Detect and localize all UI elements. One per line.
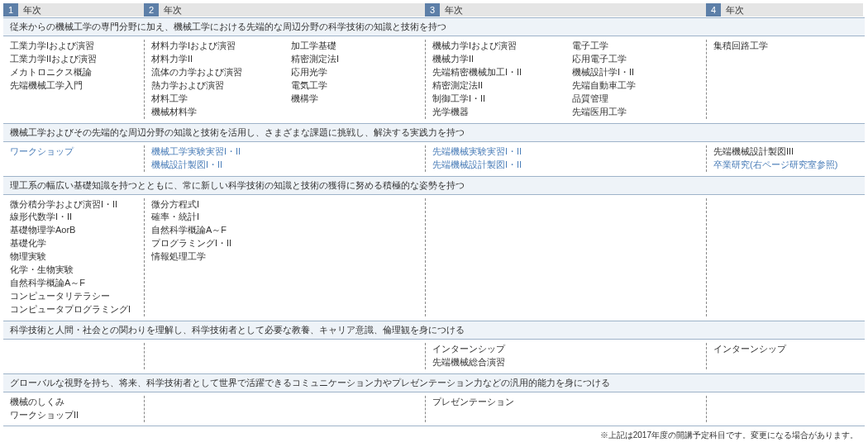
course-column: 先端機械設計製図III卒業研究(右ページ研究室参照) xyxy=(706,145,863,172)
section-body: 機械のしくみワークショップIIプレゼンテーション xyxy=(3,392,865,426)
course-item: 確率・統計I xyxy=(151,211,278,224)
section-head: 理工系の幅広い基礎知識を持つとともに、常に新しい科学技術の知識と技術の獲得に努め… xyxy=(3,176,865,194)
course-item: 機構学 xyxy=(291,93,418,106)
course-column xyxy=(3,343,144,369)
course-column: 機械力学Iおよび演習機械力学II先端精密機械加工I・II精密測定法II制御工学I… xyxy=(425,40,565,119)
course-column xyxy=(565,396,706,422)
course-item: 熱力学および演習 xyxy=(151,79,278,93)
section-body: 工業力学Iおよび演習工業力学IIおよび演習メカトロニクス概論先端機械工学入門材料… xyxy=(3,36,865,122)
course-column xyxy=(425,198,565,316)
course-column: 機械工学実験実習I・II機械設計製図I・II xyxy=(144,145,284,172)
course-item: 先端機械総合演習 xyxy=(432,356,559,369)
course-column: ワークショップ xyxy=(3,145,144,172)
section-head: 科学技術と人間・社会との関わりを理解し、科学技術者として必要な教養、キャリア意識… xyxy=(3,321,865,339)
course-item: 工業力学IIおよび演習 xyxy=(10,53,137,66)
year-label-2: 年次 xyxy=(159,3,425,17)
course-column: 集積回路工学 xyxy=(706,40,863,119)
course-column: 機械のしくみワークショップII xyxy=(3,396,144,422)
course-item: 物理実験 xyxy=(10,250,137,264)
footnote: ※上記は2017年度の開講予定科目です。変更になる場合があります。 xyxy=(3,426,865,441)
course-column: 工業力学Iおよび演習工業力学IIおよび演習メカトロニクス概論先端機械工学入門 xyxy=(3,40,144,119)
course-item: 先端機械実験実習I・II xyxy=(432,145,559,159)
course-item: 材料工学 xyxy=(151,93,278,106)
year-header-row: 1 年次 2 年次 3 年次 4 年次 xyxy=(3,3,865,17)
course-item: 基礎化学 xyxy=(10,237,137,250)
course-item: プログラミングI・II xyxy=(151,237,278,250)
course-column: 微分積分学および演習I・II線形代数学I・II基礎物理学AorB基礎化学物理実験… xyxy=(3,198,144,316)
year-label-4: 年次 xyxy=(721,3,863,17)
course-item: 微分方程式I xyxy=(151,198,278,212)
course-item: インターンシップ xyxy=(713,343,856,356)
course-item: 微分積分学および演習I・II xyxy=(10,198,137,212)
course-item: プレゼンテーション xyxy=(432,396,559,409)
course-column xyxy=(565,343,706,369)
course-item: 自然科学概論A～F xyxy=(10,277,137,290)
course-column xyxy=(284,396,425,422)
year-4: 4 年次 xyxy=(706,3,863,17)
course-item: 機械工学実験実習I・II xyxy=(151,145,278,159)
year-label-3: 年次 xyxy=(440,3,706,17)
course-item: 加工学基礎 xyxy=(291,40,418,53)
course-item: ワークショップII xyxy=(10,409,137,422)
section-body: ワークショップ機械工学実験実習I・II機械設計製図I・II先端機械実験実習I・I… xyxy=(3,141,865,175)
course-item: 化学・生物実験 xyxy=(10,264,137,277)
course-item: 先端機械設計製図III xyxy=(713,145,856,159)
year-num-3: 3 xyxy=(425,3,440,17)
course-item: 基礎物理学AorB xyxy=(10,224,137,237)
course-item: コンピュータリテラシー xyxy=(10,290,137,303)
course-item: 機械力学II xyxy=(432,53,559,66)
course-item: 線形代数学I・II xyxy=(10,211,137,224)
course-item: 材料力学II xyxy=(151,53,278,66)
course-item: 応用電子工学 xyxy=(572,53,699,66)
course-column: インターンシップ先端機械総合演習 xyxy=(425,343,565,369)
course-item: コンピュータプログラミングI xyxy=(10,303,137,316)
course-item: 品質管理 xyxy=(572,93,699,106)
section-body: 微分積分学および演習I・II線形代数学I・II基礎物理学AorB基礎化学物理実験… xyxy=(3,194,865,320)
course-item: 機械力学Iおよび演習 xyxy=(432,40,559,53)
course-item: 卒業研究(右ページ研究室参照) xyxy=(713,159,856,172)
course-item: 情報処理工学 xyxy=(151,250,278,264)
course-column xyxy=(565,145,706,172)
course-column: プレゼンテーション xyxy=(425,396,565,422)
section-head: 機械工学およびその先端的な周辺分野の知識と技術を活用し、さまざまな課題に挑戦し、… xyxy=(3,123,865,141)
course-column: 加工学基礎精密測定法I応用光学電気工学機構学 xyxy=(284,40,425,119)
course-column: 微分方程式I確率・統計I自然科学概論A～FプログラミングI・II情報処理工学 xyxy=(144,198,284,316)
course-item: 光学機器 xyxy=(432,106,559,119)
year-3: 3 年次 xyxy=(425,3,706,17)
course-item: 先端機械設計製図I・II xyxy=(432,159,559,172)
course-column xyxy=(144,396,284,422)
year-label-1: 年次 xyxy=(18,3,144,17)
course-item: 電気工学 xyxy=(291,79,418,93)
course-item: 先端自動車工学 xyxy=(572,79,699,93)
course-item: 機械のしくみ xyxy=(10,396,137,409)
course-column xyxy=(144,343,284,369)
course-item: 機械設計製図I・II xyxy=(151,159,278,172)
year-num-4: 4 xyxy=(706,3,721,17)
course-item: 機械設計学I・II xyxy=(572,66,699,79)
course-column xyxy=(284,343,425,369)
year-1: 1 年次 xyxy=(3,3,144,17)
year-num-2: 2 xyxy=(144,3,159,17)
course-item: 材料力学Iおよび演習 xyxy=(151,40,278,53)
course-column: 先端機械実験実習I・II先端機械設計製図I・II xyxy=(425,145,565,172)
course-item: インターンシップ xyxy=(432,343,559,356)
section-head: グローバルな視野を持ち、将来、科学技術者として世界で活躍できるコミュニケーション… xyxy=(3,373,865,392)
course-item: 先端医用工学 xyxy=(572,106,699,119)
course-item: 集積回路工学 xyxy=(713,40,856,53)
course-column xyxy=(706,198,863,316)
course-item: メカトロニクス概論 xyxy=(10,66,137,79)
course-item: 工業力学Iおよび演習 xyxy=(10,40,137,53)
course-item: 精密測定法I xyxy=(291,53,418,66)
course-column: インターンシップ xyxy=(706,343,863,369)
section-body: インターンシップ先端機械総合演習インターンシップ xyxy=(3,339,865,373)
course-item: 先端精密機械加工I・II xyxy=(432,66,559,79)
course-column: 材料力学Iおよび演習材料力学II流体の力学および演習熱力学および演習材料工学機械… xyxy=(144,40,284,119)
course-item: 応用光学 xyxy=(291,66,418,79)
course-column xyxy=(565,198,706,316)
course-item: 制御工学I・II xyxy=(432,93,559,106)
course-item: 電子工学 xyxy=(572,40,699,53)
course-column xyxy=(284,145,425,172)
course-item: 自然科学概論A～F xyxy=(151,224,278,237)
year-num-1: 1 xyxy=(3,3,18,17)
section-head: 従来からの機械工学の専門分野に加え、機械工学における先端的な周辺分野の科学技術の… xyxy=(3,17,865,36)
